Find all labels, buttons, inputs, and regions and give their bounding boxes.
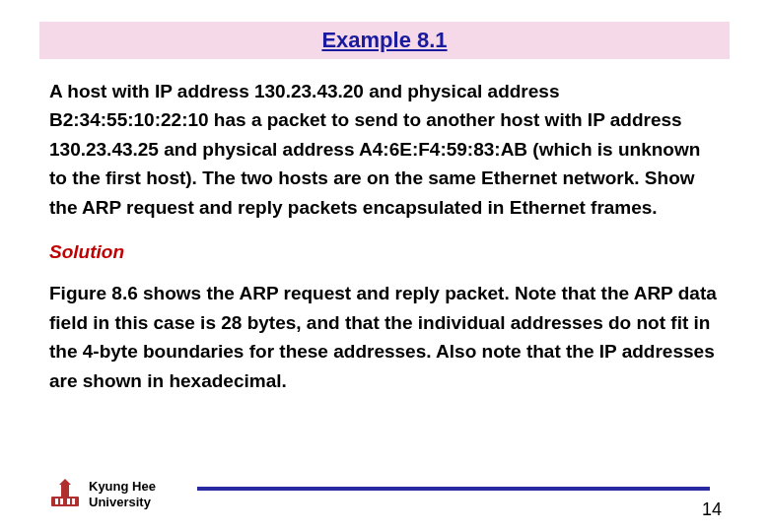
university-line2: University xyxy=(89,495,156,510)
university-logo-icon xyxy=(49,479,81,508)
university-name: Kyung Hee University xyxy=(89,479,156,509)
title-bar: Example 8.1 xyxy=(39,22,730,59)
svg-rect-2 xyxy=(60,499,63,504)
page-number: 14 xyxy=(702,499,722,520)
svg-rect-1 xyxy=(55,499,58,504)
problem-text: A host with IP address 130.23.43.20 and … xyxy=(49,77,720,222)
solution-heading: Solution xyxy=(49,241,720,263)
university-line1: Kyung Hee xyxy=(89,479,156,495)
footer: Kyung Hee University 14 xyxy=(0,473,769,522)
svg-rect-4 xyxy=(72,499,75,504)
footer-rule xyxy=(197,487,710,491)
svg-rect-5 xyxy=(61,485,69,497)
solution-text: Figure 8.6 shows the ARP request and rep… xyxy=(49,279,720,395)
svg-marker-6 xyxy=(59,479,71,485)
example-title: Example 8.1 xyxy=(321,28,447,52)
svg-rect-3 xyxy=(67,499,70,504)
